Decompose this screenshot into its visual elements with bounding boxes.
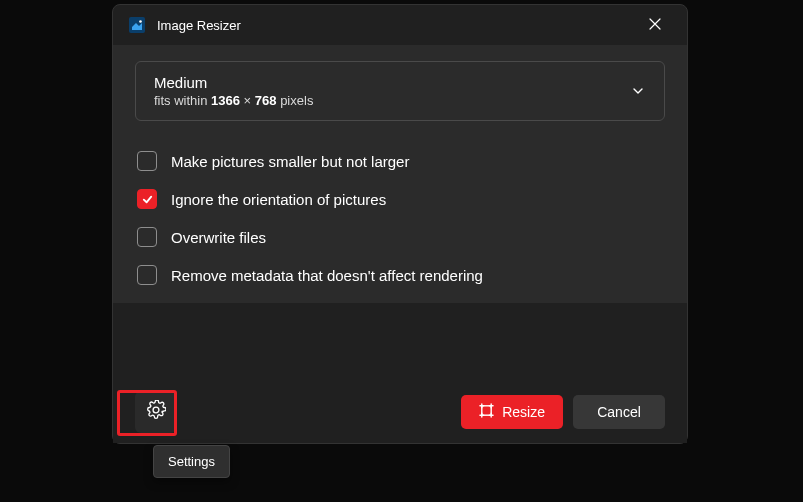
resize-icon bbox=[479, 403, 494, 421]
checkbox-ignore-orientation[interactable]: Ignore the orientation of pictures bbox=[137, 189, 665, 209]
cancel-button-label: Cancel bbox=[597, 404, 641, 420]
checkbox-label: Remove metadata that doesn't affect rend… bbox=[171, 267, 483, 284]
size-description: fits within 1366 × 768 pixels bbox=[154, 93, 313, 108]
image-resizer-window: Image Resizer Medium fits within 1366 × … bbox=[112, 4, 688, 444]
window-title: Image Resizer bbox=[157, 18, 241, 33]
content-area: Medium fits within 1366 × 768 pixels Mak… bbox=[113, 45, 687, 303]
checkbox-smaller-not-larger[interactable]: Make pictures smaller but not larger bbox=[137, 151, 665, 171]
chevron-down-icon bbox=[630, 83, 646, 99]
checkbox-group: Make pictures smaller but not larger Ign… bbox=[135, 151, 665, 285]
checkbox-box bbox=[137, 151, 157, 171]
resize-button-label: Resize bbox=[502, 404, 545, 420]
checkbox-label: Ignore the orientation of pictures bbox=[171, 191, 386, 208]
checkbox-box bbox=[137, 265, 157, 285]
cancel-button[interactable]: Cancel bbox=[573, 395, 665, 429]
checkbox-remove-metadata[interactable]: Remove metadata that doesn't affect rend… bbox=[137, 265, 665, 285]
size-name: Medium bbox=[154, 74, 313, 91]
settings-button[interactable] bbox=[135, 391, 177, 433]
size-dropdown-labels: Medium fits within 1366 × 768 pixels bbox=[154, 74, 313, 108]
close-button[interactable] bbox=[637, 11, 673, 39]
checkbox-box bbox=[137, 189, 157, 209]
footer-buttons: Resize Cancel bbox=[461, 395, 665, 429]
svg-point-1 bbox=[139, 20, 142, 23]
settings-tooltip: Settings bbox=[153, 445, 230, 478]
checkbox-label: Overwrite files bbox=[171, 229, 266, 246]
svg-rect-2 bbox=[482, 406, 491, 415]
close-icon bbox=[649, 16, 661, 34]
checkbox-label: Make pictures smaller but not larger bbox=[171, 153, 409, 170]
footer: Resize Cancel bbox=[113, 381, 687, 443]
gear-icon bbox=[146, 400, 166, 424]
size-dropdown[interactable]: Medium fits within 1366 × 768 pixels bbox=[135, 61, 665, 121]
tooltip-text: Settings bbox=[168, 454, 215, 469]
checkbox-overwrite[interactable]: Overwrite files bbox=[137, 227, 665, 247]
app-icon bbox=[129, 17, 145, 33]
titlebar-left: Image Resizer bbox=[129, 17, 241, 33]
checkbox-box bbox=[137, 227, 157, 247]
check-icon bbox=[141, 193, 154, 206]
titlebar: Image Resizer bbox=[113, 5, 687, 45]
resize-button[interactable]: Resize bbox=[461, 395, 563, 429]
